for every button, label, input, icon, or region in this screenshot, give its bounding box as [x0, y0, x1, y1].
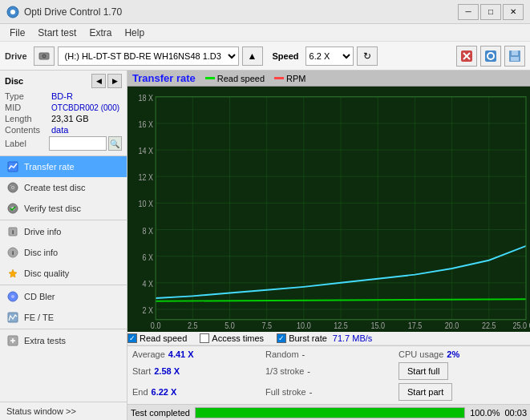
nav-extra-tests[interactable]: Extra tests: [0, 330, 127, 351]
svg-rect-12: [511, 57, 519, 61]
nav-disc-info-label: Disc info: [24, 248, 58, 257]
nav-verify-test-disc[interactable]: Verify test disc: [0, 198, 127, 219]
verify-disc-icon: [6, 202, 19, 215]
burst-rate-value: 71.7 MB/s: [333, 333, 373, 343]
start-part-button[interactable]: Start part: [399, 383, 452, 401]
length-value: 23,31 GB: [51, 114, 88, 123]
read-speed-checkbox[interactable]: ✓: [127, 333, 137, 343]
progress-fill: [196, 408, 464, 418]
svg-text:4 X: 4 X: [143, 279, 154, 289]
disc-next-btn[interactable]: ▶: [107, 74, 122, 88]
nav-verify-disc-label: Verify test disc: [24, 204, 81, 213]
random-stat: Random -: [265, 349, 392, 359]
legend-rpm-label: RPM: [286, 74, 305, 83]
nav-fe-te[interactable]: FE / TE: [0, 307, 127, 328]
nav-transfer-rate-label: Transfer rate: [24, 162, 75, 172]
stats-row-1: Average 4.41 X Random - CPU usage 2%: [132, 349, 525, 360]
stroke1-val: -: [307, 366, 310, 376]
nav-create-test-disc[interactable]: Create test disc: [0, 177, 127, 198]
drive-icon-btn[interactable]: [34, 46, 55, 66]
disc-prev-btn[interactable]: ◀: [91, 74, 106, 88]
burst-rate-checkbox[interactable]: ✓: [277, 333, 286, 343]
burn-button[interactable]: [480, 46, 501, 67]
close-button[interactable]: ✕: [503, 4, 524, 20]
svg-text:2.5: 2.5: [188, 321, 198, 330]
access-times-checkbox[interactable]: [200, 333, 209, 343]
legend-rpm-color: [274, 77, 284, 79]
menu-extra[interactable]: Extra: [83, 26, 118, 40]
transfer-rate-chart: 18 X 16 X 14 X 12 X 10 X 8 X 6 X 4 X 2 X…: [127, 87, 530, 332]
svg-text:6 X: 6 X: [143, 252, 154, 262]
svg-point-1: [10, 10, 15, 14]
maximize-button[interactable]: □: [480, 4, 501, 20]
nav-divider-1: [0, 220, 127, 220]
svg-text:16 X: 16 X: [139, 119, 154, 129]
type-key: Type: [5, 91, 51, 101]
status-window-button[interactable]: Status window >>: [0, 402, 127, 420]
nav-disc-quality[interactable]: Disc quality: [0, 263, 127, 284]
menu-start-test[interactable]: Start test: [31, 26, 83, 40]
random-val: -: [302, 349, 305, 359]
chart-header: Transfer rate Read speed RPM: [127, 71, 530, 87]
burst-rate-cb-label: Burst rate: [289, 333, 327, 343]
drive-info-icon: i: [6, 225, 19, 238]
nav-disc-info[interactable]: i Disc info: [0, 242, 127, 263]
eject-button[interactable]: ▲: [242, 46, 263, 66]
progress-time: 00:03: [504, 408, 527, 418]
nav-create-disc-label: Create test disc: [24, 183, 85, 192]
full-stroke-key: Full stroke: [265, 387, 306, 397]
label-icon-btn[interactable]: 🔍: [108, 136, 122, 151]
end-val: 6.22 X: [152, 387, 177, 397]
disc-title: Disc: [5, 76, 23, 86]
main-layout: Disc ◀ ▶ Type BD-R MID OTCBDR002 (000) L…: [0, 71, 530, 420]
label-input[interactable]: [49, 136, 107, 151]
sidebar: Disc ◀ ▶ Type BD-R MID OTCBDR002 (000) L…: [0, 71, 127, 420]
nav-divider-2: [0, 285, 127, 285]
erase-button[interactable]: [456, 46, 477, 67]
menu-file[interactable]: File: [3, 26, 31, 40]
start-full-stat: Start full: [399, 362, 525, 380]
type-value: BD-R: [51, 91, 73, 101]
start-full-button[interactable]: Start full: [399, 362, 448, 380]
svg-text:8 X: 8 X: [143, 226, 154, 236]
nav-fe-te-label: FE / TE: [24, 313, 54, 322]
refresh-button[interactable]: ↻: [357, 46, 378, 66]
random-key: Random: [265, 349, 299, 359]
minimize-button[interactable]: ─: [458, 4, 479, 20]
cpu-val: 2%: [447, 349, 459, 359]
cpu-key: CPU usage: [399, 349, 443, 359]
svg-text:i: i: [12, 249, 14, 256]
nav-drive-info[interactable]: i Drive info: [0, 221, 127, 242]
nav-cd-bler[interactable]: CD Bler: [0, 286, 127, 307]
start-val: 2.58 X: [154, 366, 180, 376]
speed-label: Speed: [273, 51, 299, 61]
mid-key: MID: [5, 103, 51, 112]
length-key: Length: [5, 114, 51, 123]
legend-rpm: RPM: [274, 74, 305, 83]
legend-read-speed: Read speed: [205, 74, 265, 83]
svg-text:22.5: 22.5: [482, 321, 496, 330]
nav-transfer-rate[interactable]: Transfer rate: [0, 156, 127, 177]
progress-track: [195, 407, 465, 418]
disc-quality-icon: [6, 267, 19, 280]
save-button[interactable]: [504, 46, 525, 67]
drive-select[interactable]: (H:) HL-DT-ST BD-RE WH16NS48 1.D3: [58, 46, 239, 66]
speed-select[interactable]: 6.2 X: [305, 46, 354, 66]
svg-text:10.0: 10.0: [297, 321, 311, 330]
end-key: End: [132, 387, 148, 397]
svg-text:7.5: 7.5: [261, 321, 272, 330]
svg-text:14 X: 14 X: [139, 146, 154, 155]
full-stroke-val: -: [310, 387, 313, 397]
extra-tests-icon: [6, 334, 19, 347]
progress-bar-container: Test completed 100.0% 00:03: [127, 404, 530, 420]
stats-area: Average 4.41 X Random - CPU usage 2% Sta…: [127, 345, 530, 404]
svg-text:25.0 GB: 25.0 GB: [512, 321, 530, 330]
status-window-label: Status window >>: [6, 406, 76, 416]
stroke1-key: 1/3 stroke: [265, 366, 304, 376]
stats-row-3: End 6.22 X Full stroke - Start part: [132, 382, 525, 402]
svg-text:5.0: 5.0: [225, 321, 235, 330]
content-area: Transfer rate Read speed RPM: [127, 71, 530, 420]
menu-help[interactable]: Help: [118, 26, 151, 40]
nav-disc-quality-label: Disc quality: [24, 269, 69, 278]
svg-point-4: [43, 55, 45, 57]
